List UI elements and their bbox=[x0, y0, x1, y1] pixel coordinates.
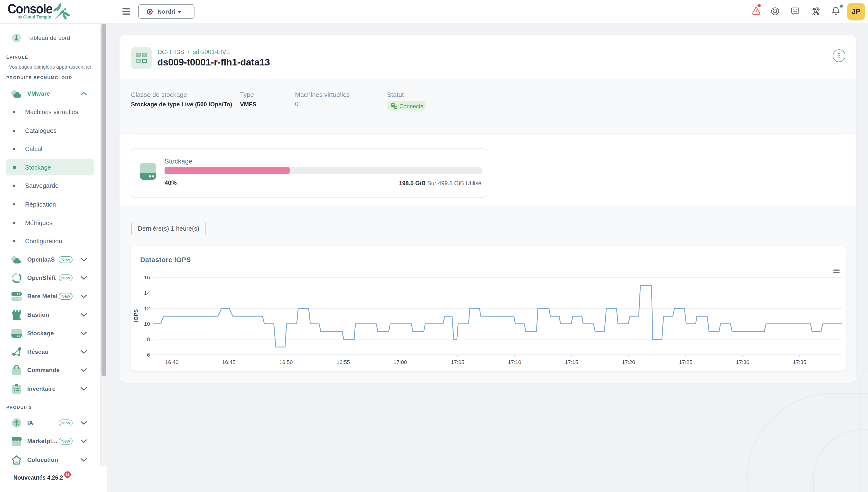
svg-text:16:55: 16:55 bbox=[336, 359, 350, 365]
svg-text:17:05: 17:05 bbox=[451, 359, 464, 365]
svg-text:16:45: 16:45 bbox=[222, 359, 235, 365]
svg-text:17:00: 17:00 bbox=[393, 359, 407, 365]
svg-text:17:35: 17:35 bbox=[793, 359, 806, 365]
svg-text:8: 8 bbox=[147, 336, 150, 342]
svg-text:10: 10 bbox=[144, 321, 150, 327]
svg-text:17:15: 17:15 bbox=[565, 359, 578, 365]
svg-text:16: 16 bbox=[144, 274, 150, 280]
svg-text:17:25: 17:25 bbox=[679, 359, 692, 365]
svg-text:16:50: 16:50 bbox=[279, 359, 293, 365]
svg-text:17:10: 17:10 bbox=[508, 359, 521, 365]
svg-text:12: 12 bbox=[144, 305, 150, 312]
svg-text:14: 14 bbox=[144, 290, 150, 296]
svg-text:IOPS: IOPS bbox=[133, 309, 139, 322]
svg-text:6: 6 bbox=[147, 352, 150, 358]
svg-text:17:20: 17:20 bbox=[622, 359, 635, 365]
svg-text:17:30: 17:30 bbox=[736, 359, 749, 365]
svg-text:16:40: 16:40 bbox=[165, 359, 178, 365]
